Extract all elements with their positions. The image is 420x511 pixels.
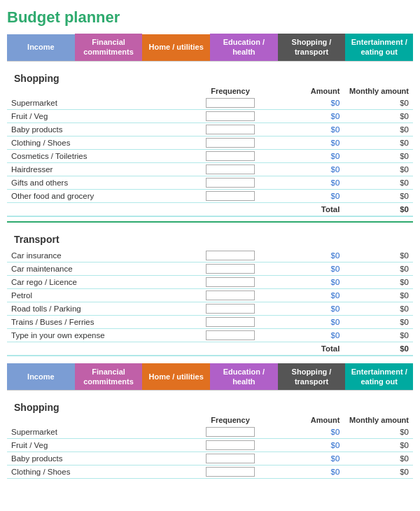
row-frequency[interactable] [186,176,275,189]
row-monthly: $0 [344,176,413,189]
tab-income-2[interactable]: Income [7,363,75,390]
row-frequency[interactable] [186,109,275,122]
row-frequency[interactable] [186,452,275,465]
table-row: Baby products$0$0 [7,122,413,136]
row-amount: $0 [275,328,344,342]
row-frequency[interactable] [186,275,275,288]
row-amount: $0 [275,452,344,465]
row-amount: $0 [275,162,344,176]
frequency-input[interactable] [206,277,255,287]
row-label: Supermarket [7,426,186,439]
row-frequency[interactable] [186,136,275,149]
frequency-input[interactable] [206,454,255,463]
tab-financial[interactable]: Financial commitments [75,34,143,61]
page-title: Budget planner [7,8,413,27]
frequency-input[interactable] [206,440,255,450]
row-frequency[interactable] [186,162,275,176]
tab-home-2[interactable]: Home / utilities [142,363,210,390]
frequency-input[interactable] [206,467,255,477]
tab-home[interactable]: Home / utilities [142,34,210,61]
tab-education[interactable]: Education / health [210,34,278,61]
row-monthly: $0 [344,452,413,465]
row-monthly: $0 [344,262,413,275]
row-monthly: $0 [344,149,413,162]
row-label: Clothing / Shoes [7,136,186,149]
table-row: Petrol$0$0 [7,288,413,302]
row-frequency[interactable] [186,315,275,328]
row-monthly: $0 [344,328,413,342]
row-monthly: $0 [344,302,413,315]
frequency-input[interactable] [206,125,255,134]
header-label-2 [7,414,186,426]
row-frequency[interactable] [186,249,275,262]
frequency-input[interactable] [206,191,255,201]
table-row: Car maintenance$0$0 [7,262,413,275]
tab-financial-2[interactable]: Financial commitments [75,363,143,391]
table-row: Supermarket$0$0 [7,426,413,439]
header-amount-2: Amount [275,414,344,426]
frequency-input[interactable] [206,317,255,327]
row-frequency[interactable] [186,465,275,479]
row-frequency[interactable] [186,426,275,439]
frequency-input[interactable] [206,151,255,161]
frequency-input[interactable] [206,304,255,314]
row-frequency[interactable] [186,302,275,315]
row-frequency[interactable] [186,97,275,110]
row-amount: $0 [275,97,344,110]
frequency-input[interactable] [206,178,255,188]
frequency-input[interactable] [206,98,255,108]
row-monthly: $0 [344,439,413,452]
row-frequency[interactable] [186,149,275,162]
frequency-input[interactable] [206,251,255,260]
frequency-input[interactable] [206,138,255,148]
tab-shopping-2[interactable]: Shopping / transport [278,363,346,391]
frequency-input[interactable] [206,164,255,174]
table-row: Type in your own expense$0$0 [7,328,413,342]
tab-entertainment-2[interactable]: Entertainment / eating out [345,363,413,391]
transport-title: Transport [7,230,413,246]
table-row: Cosmetics / Toiletries$0$0 [7,149,413,162]
row-amount: $0 [275,426,344,439]
row-label: Trains / Buses / Ferries [7,315,186,328]
tab-education-2[interactable]: Education / health [210,363,278,391]
row-frequency[interactable] [186,262,275,275]
table-row: Fruit / Veg$0$0 [7,439,413,452]
row-amount: $0 [275,189,344,202]
frequency-input[interactable] [206,111,255,121]
row-label: Car rego / Licence [7,275,186,288]
frequency-input[interactable] [206,290,255,300]
frequency-input[interactable] [206,427,255,437]
row-monthly: $0 [344,109,413,122]
page-container: Budget planner Income Financial commitme… [0,0,420,491]
row-label: Baby products [7,452,186,465]
row-monthly: $0 [344,275,413,288]
row-amount: $0 [275,149,344,162]
row-frequency[interactable] [186,328,275,342]
row-frequency[interactable] [186,189,275,202]
tab-entertainment[interactable]: Entertainment / eating out [345,34,413,61]
total-row: Total$0 [7,342,413,356]
row-frequency[interactable] [186,288,275,302]
header-amount: Amount [275,85,344,97]
tab-shopping[interactable]: Shopping / transport [278,34,346,61]
row-label: Clothing / Shoes [7,465,186,479]
tab-income[interactable]: Income [7,34,75,61]
row-amount: $0 [275,302,344,315]
row-frequency[interactable] [186,122,275,136]
shopping-table-2: Frequency Amount Monthly amount Supermar… [7,414,413,479]
frequency-input[interactable] [206,264,255,274]
table-row: Hairdresser$0$0 [7,162,413,176]
shopping-title-2: Shopping [7,398,413,414]
row-amount: $0 [275,262,344,275]
row-monthly: $0 [344,136,413,149]
frequency-input[interactable] [206,330,255,340]
row-frequency[interactable] [186,439,275,452]
row-label: Supermarket [7,97,186,110]
total-monthly: $0 [344,342,413,356]
table-row: Clothing / Shoes$0$0 [7,465,413,479]
shopping-section: Shopping Frequency Amount Monthly amount… [7,69,413,217]
total-label: Total [7,202,344,216]
nav-tabs-top: Income Financial commitments Home / util… [7,34,413,62]
table-row: Other food and grocery$0$0 [7,189,413,202]
row-amount: $0 [275,288,344,302]
